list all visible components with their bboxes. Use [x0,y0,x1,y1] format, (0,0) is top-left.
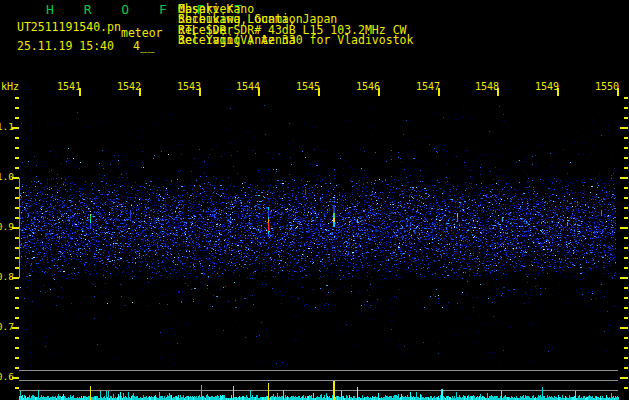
time-axis-label: 1548 [475,81,497,92]
info-row: Receiving Antenna:3el Yagi(V) Az 330 for… [178,35,629,45]
echo-count-value: 4 [133,39,140,53]
freq-axis-label: 0.6 [0,371,14,382]
time-axis-label: 1545 [296,81,318,92]
khz-unit-label: kHz [1,81,19,92]
hrofft-window: H R O F F T UT2511191540.pn meteor 25.11… [0,0,629,400]
info-value: 3el Yagi(V) Az 330 for Vladivostok [178,35,413,45]
freq-axis-label: 1.0 [0,171,14,182]
time-axis-label: 1550 [595,81,617,92]
observation-label: meteor [121,26,163,40]
filename-label: UT2511191540.pn [17,20,121,34]
station-info-block: Observer:Masaki KanoReceiving Location:S… [178,4,629,46]
freq-axis-label: 0.9 [0,221,14,232]
datetime-label: 25.11.19 15:40 [17,39,114,53]
echo-counter: 4__ [133,39,156,53]
freq-axis-label: 0.7 [0,321,14,332]
time-axis-label: 1547 [416,81,438,92]
freq-axis-label: 0.8 [0,271,14,282]
freq-axis-label: 1.1 [0,121,14,132]
time-axis-label: 1544 [236,81,258,92]
time-axis-label: 1546 [356,81,378,92]
time-axis-label: 1543 [177,81,199,92]
time-axis-label: 1541 [57,81,79,92]
counter-cursor-marks: __ [140,39,156,53]
spectrogram-canvas [0,0,629,400]
time-axis-label: 1549 [535,81,557,92]
time-axis-label: 1542 [117,81,139,92]
